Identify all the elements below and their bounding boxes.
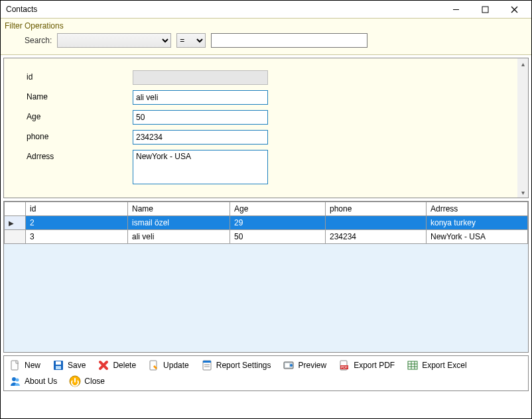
phone-label: phone [27,130,133,141]
close-icon [69,375,81,387]
svg-rect-4 [11,361,18,370]
svg-rect-1 [482,7,488,13]
scroll-down-icon: ▾ [517,187,528,198]
svg-rect-6 [56,361,61,365]
save-icon [52,359,64,371]
excel-button-label: Export Excel [422,361,466,370]
table-row[interactable]: ▶2ismail özel29konya turkey [5,216,528,230]
window-title: Contacts [6,5,37,14]
id-label: id [27,70,133,82]
pdf-button[interactable]: PDFExport PDF [337,359,396,372]
cell[interactable]: 2 [26,216,128,230]
new-icon [9,359,21,371]
minimize-button[interactable] [441,1,470,17]
close-window-button[interactable] [499,1,529,17]
col-address[interactable]: Adrress [427,202,528,216]
name-label: Name [27,90,133,101]
new-button-label: New [25,361,40,370]
svg-point-24 [12,377,16,381]
maximize-icon [482,6,489,13]
address-label: Adrress [27,150,133,161]
grid-empty-area [4,244,528,352]
svg-rect-14 [285,363,289,367]
close-button-label: Close [84,377,105,386]
about-icon [9,375,21,387]
search-value-input[interactable] [211,33,367,48]
svg-text:PDF: PDF [341,365,348,369]
search-operator-select[interactable]: = [176,33,206,48]
maximize-button[interactable] [470,1,499,17]
update-icon [148,359,160,371]
grid-header-row: id Name Age phone Adrress [5,202,528,216]
col-id[interactable]: id [26,202,128,216]
cell[interactable]: konya turkey [427,216,528,230]
cell[interactable]: ismail özel [128,216,230,230]
report-button-label: Report Settings [216,361,271,370]
svg-point-25 [16,379,19,382]
toolbar: NewSaveDeleteUpdateReport SettingsPrevie… [3,355,529,391]
pdf-icon: PDF [338,359,350,371]
pdf-button-label: Export PDF [354,361,395,370]
cell[interactable] [326,216,427,230]
col-age[interactable]: Age [230,202,326,216]
svg-rect-7 [56,366,61,369]
row-pointer-icon: ▶ [9,219,14,227]
cell[interactable]: NewYork - USA [427,230,528,244]
report-button[interactable]: Report Settings [200,359,273,372]
preview-button[interactable]: Preview [281,359,328,372]
about-button[interactable]: About Us [8,375,58,388]
preview-button-label: Preview [298,361,326,370]
row-header[interactable]: ▶ [5,216,26,230]
col-phone[interactable]: phone [326,202,427,216]
form-scrollbar[interactable]: ▴ ▾ [517,58,528,198]
excel-button[interactable]: Export Excel [405,359,468,372]
phone-field[interactable] [133,130,268,145]
filter-panel: Filter Operations Search: = [1,19,531,55]
scroll-up-icon: ▴ [517,58,528,69]
cell[interactable]: 29 [230,216,326,230]
cell[interactable]: 50 [230,230,326,244]
update-button-label: Update [163,361,189,370]
cell[interactable]: ali veli [128,230,230,244]
cell[interactable]: 3 [26,230,128,244]
close-button[interactable]: Close [68,375,106,388]
delete-button-label: Delete [113,361,136,370]
data-grid: id Name Age phone Adrress ▶2ismail özel2… [3,201,529,353]
preview-icon [283,359,295,371]
id-field [133,70,268,85]
update-button[interactable]: Update [147,359,190,372]
delete-button[interactable]: Delete [96,359,137,372]
age-field[interactable] [133,110,268,125]
minimize-icon [452,6,460,13]
save-button-label: Save [68,361,86,370]
detail-panel: id Name Age phone Adrress NewYork - USA … [3,58,529,198]
report-icon [201,359,213,371]
svg-rect-27 [74,378,76,383]
close-icon [511,6,518,13]
col-name[interactable]: Name [128,202,230,216]
cell[interactable]: 234234 [326,230,427,244]
search-label: Search: [25,36,52,45]
name-field[interactable] [133,90,268,105]
about-button-label: About Us [25,377,57,386]
age-label: Age [27,110,133,121]
svg-point-15 [290,364,293,367]
address-field[interactable]: NewYork - USA [133,150,268,184]
filter-group-label: Filter Operations [5,21,527,30]
svg-rect-10 [203,361,211,363]
delete-icon [98,359,109,371]
save-button[interactable]: Save [51,359,87,372]
row-header-corner [5,202,26,216]
table-row[interactable]: 3ali veli50234234NewYork - USA [5,230,528,244]
excel-icon [407,359,419,371]
search-field-select[interactable] [57,33,171,48]
new-button[interactable]: New [8,359,42,372]
titlebar: Contacts [1,1,531,19]
row-header[interactable] [5,230,26,244]
svg-rect-19 [408,361,417,369]
